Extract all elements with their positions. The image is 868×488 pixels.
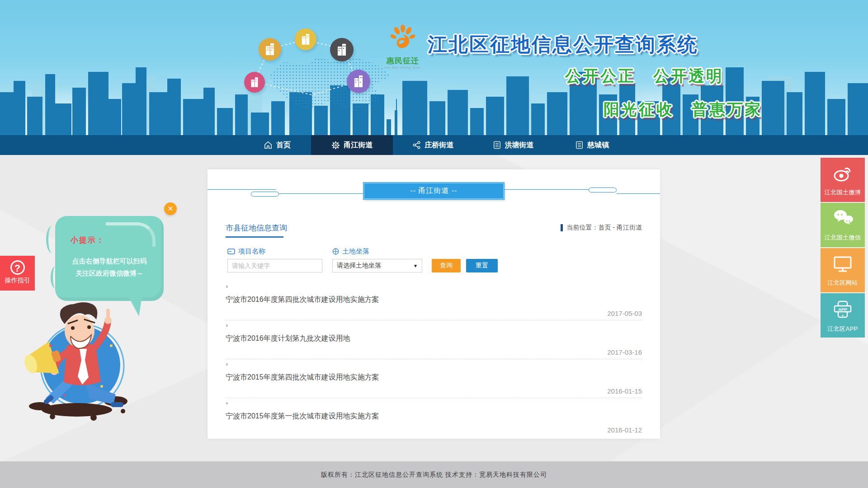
item-date: 2016-01-15 xyxy=(607,387,642,395)
gear-icon xyxy=(331,141,340,150)
copyright-text: 版权所有：江北区征地信息公开查询系统 技术支持：宽易天地科技有限公司 xyxy=(321,471,547,479)
building-icon xyxy=(347,70,370,93)
wechat-icon xyxy=(832,210,853,227)
dropdown-caret-icon: ▼ xyxy=(413,263,418,268)
land-location-label: 土地坐落 xyxy=(332,247,369,256)
nav-label: 慈城镇 xyxy=(587,141,609,150)
tab-city-land-query[interactable]: 市县征地信息查询 xyxy=(226,223,287,233)
nav-label: 首页 xyxy=(276,141,291,150)
item-title[interactable]: 宁波市2016年度第四批次城市建设用地实施方案 xyxy=(226,295,379,305)
sidebar-item-app[interactable]: APP 江北区APP xyxy=(821,293,865,338)
nav-item-cicheng[interactable]: 慈城镇 xyxy=(553,135,631,155)
page-footer: 版权所有：江北区征地信息公开查询系统 技术支持：宽易天地科技有限公司 xyxy=(0,461,868,488)
search-button[interactable]: 查询 xyxy=(432,259,461,272)
sidebar-item-website[interactable]: 江北区网站 xyxy=(821,248,865,292)
nav-label: 庄桥街道 xyxy=(425,141,454,150)
item-title[interactable]: 宁波市2015年度第一批次城市建设用地实施方案 xyxy=(226,412,379,421)
logo-title: 惠民征迁 xyxy=(378,56,428,66)
bubble-highlight xyxy=(106,222,156,247)
main-nav: 首页 甬江街道 庄桥街道 洪塘街道 慈城镇 xyxy=(0,135,868,155)
app-icon: APP xyxy=(833,300,852,319)
sidebar-label: 江北国土微信 xyxy=(821,234,865,242)
site-title: 江北区征地信息公开查询系统 xyxy=(428,32,698,58)
monitor-icon xyxy=(833,255,852,272)
sidebar-label: 江北区APP xyxy=(821,325,865,333)
huimin-sun-icon xyxy=(389,25,417,53)
item-date: 2016-01-12 xyxy=(607,426,642,434)
building-icon xyxy=(259,38,281,61)
nav-item-zhuangqiao[interactable]: 庄桥街道 xyxy=(393,135,473,155)
card-icon xyxy=(227,249,235,254)
item-date: 2017-03-16 xyxy=(607,348,642,356)
list-item[interactable]: 宁波市2016年度计划第九批次建设用地 2017-03-16 xyxy=(226,320,642,359)
section-tab-yongjiang: -- 甬江街道 -- xyxy=(363,183,504,199)
building-icon xyxy=(295,28,316,50)
close-tip-icon[interactable]: ✕ xyxy=(164,202,177,215)
reset-button[interactable]: 重置 xyxy=(466,259,498,272)
sidebar-label: 江北国土微博 xyxy=(821,188,865,197)
result-list: 宁波市2016年度第四批次城市建设用地实施方案 2017-05-03 宁波市20… xyxy=(226,282,642,437)
page-header: 惠民征迁 · Hui Min Zheng Qian · 江北区征地信息公开查询系… xyxy=(0,0,868,135)
quick-links-sidebar: 江北国土微博 江北国土微信 江北区网站 APP 江北区APP xyxy=(821,158,865,338)
mascot-character xyxy=(23,291,131,427)
guide-label: 操作指引 xyxy=(0,277,35,285)
tip-text: 点击右侧导航栏可以扫码 关注区政府微信微博～ xyxy=(55,255,164,279)
project-name-label: 项目名称 xyxy=(227,247,265,256)
sidebar-label: 江北区网站 xyxy=(821,279,865,287)
bullet xyxy=(226,363,228,366)
nav-item-hongtang[interactable]: 洪塘街道 xyxy=(473,135,553,155)
nav-label: 洪塘街道 xyxy=(505,141,534,150)
tip-bubble: 小提示： 点击右侧导航栏可以扫码 关注区政府微信微博～ xyxy=(55,216,164,301)
list-icon xyxy=(576,141,583,149)
sidebar-item-wechat[interactable]: 江北国土微信 xyxy=(821,203,865,247)
nav-item-yongjiang[interactable]: 甬江街道 xyxy=(311,135,393,155)
project-keyword-input[interactable] xyxy=(227,259,322,272)
breadcrumb: 当前位置：首页 - 甬江街道 xyxy=(561,224,642,232)
item-title[interactable]: 宁波市2015年度第四批次城市建设用地实施方案 xyxy=(226,373,379,382)
bullet xyxy=(226,324,228,327)
compass-icon xyxy=(332,248,339,255)
breadcrumb-bar xyxy=(561,224,563,231)
nav-label: 甬江街道 xyxy=(344,141,373,150)
select-value: 请选择土地坐落 xyxy=(337,262,381,270)
app-badge: APP xyxy=(838,307,847,312)
list-item[interactable]: 宁波市2015年度第一批次城市建设用地实施方案 2016-01-12 xyxy=(226,398,642,437)
list-icon xyxy=(493,141,501,149)
item-title[interactable]: 宁波市2016年度计划第九批次建设用地 xyxy=(226,334,350,343)
content-card: -- 甬江街道 -- 市县征地信息查询 当前位置：首页 - 甬江街道 项目名称 … xyxy=(208,169,660,439)
tip-title: 小提示： xyxy=(71,235,105,245)
share-icon xyxy=(413,141,421,149)
operation-guide-button[interactable]: ? 操作指引 xyxy=(0,256,35,291)
list-item[interactable]: 宁波市2016年度第四批次城市建设用地实施方案 2017-05-03 xyxy=(226,282,642,320)
bubble-arc-decoration xyxy=(51,267,60,288)
building-icon xyxy=(330,38,354,61)
city-skyline xyxy=(0,56,868,135)
list-item[interactable]: 宁波市2015年度第四批次城市建设用地实施方案 2016-01-15 xyxy=(226,359,642,398)
land-location-select[interactable]: 请选择土地坐落 ▼ xyxy=(332,259,422,272)
building-icon xyxy=(244,72,265,93)
bubble-arc-decoration xyxy=(46,226,58,253)
bullet xyxy=(226,402,228,404)
weibo-icon xyxy=(833,165,853,182)
slogan-line1: 公开公正 公开透明 xyxy=(565,66,724,87)
item-date: 2017-05-03 xyxy=(607,310,642,317)
breadcrumb-text: 当前位置：首页 - 甬江街道 xyxy=(567,224,642,232)
site-logo: 惠民征迁 · Hui Min Zheng Qian · xyxy=(378,25,428,69)
logo-subtitle: · Hui Min Zheng Qian · xyxy=(378,66,428,69)
bullet xyxy=(226,286,228,288)
nav-item-home[interactable]: 首页 xyxy=(244,135,311,155)
question-icon: ? xyxy=(10,260,25,275)
slogan-line2: 阳光征收 普惠万家 xyxy=(604,99,762,120)
home-icon xyxy=(264,141,272,149)
sidebar-item-weibo[interactable]: 江北国土微博 xyxy=(821,158,865,202)
